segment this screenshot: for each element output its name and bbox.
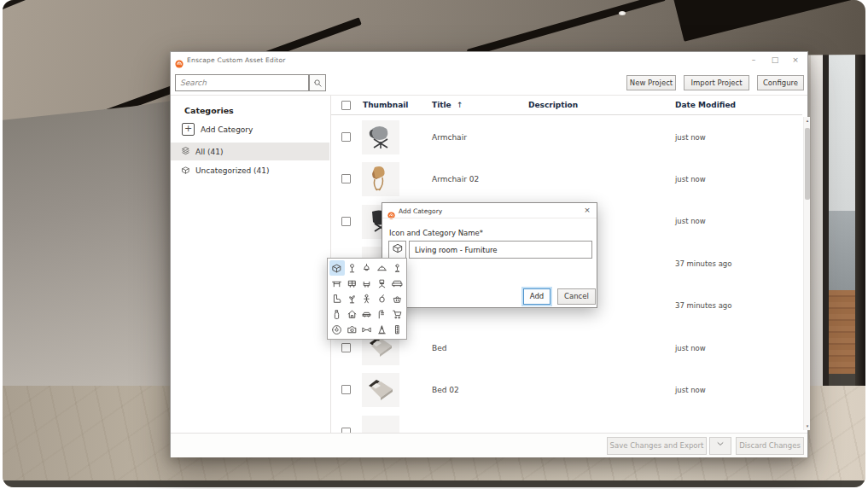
scene-window-frame (823, 48, 829, 410)
basket-icon[interactable] (389, 291, 405, 306)
asset-date-modified: just now (675, 217, 706, 225)
chair-icon[interactable] (359, 276, 375, 291)
icon-and-name-label: Icon and Category Name* (389, 229, 483, 237)
title-bar[interactable]: Enscape Custom Asset Editor – □ × (171, 52, 807, 68)
category-icon-button[interactable] (388, 241, 406, 259)
row-checkbox[interactable] (341, 217, 351, 226)
sofa-icon[interactable] (389, 276, 405, 291)
table-row[interactable] (331, 411, 802, 433)
plant-icon[interactable] (345, 291, 360, 306)
row-checkbox[interactable] (341, 132, 351, 142)
shower-icon[interactable] (375, 306, 390, 322)
ceiling-spotlight (619, 11, 626, 15)
enscape-logo-icon (387, 207, 395, 214)
column-title[interactable]: Title (432, 101, 451, 109)
table-row[interactable]: Bed 02just now (331, 369, 802, 410)
asset-date-modified: just now (675, 175, 706, 183)
scene-sky (829, 48, 855, 211)
column-date-modified[interactable]: Date Modified (675, 101, 736, 109)
import-project-button[interactable]: Import Project (684, 75, 749, 90)
table-row[interactable]: Armchair 02just now (331, 158, 802, 200)
search-input[interactable] (175, 74, 309, 91)
boot-icon[interactable] (329, 291, 345, 306)
scroll-up-icon[interactable]: ▴ (804, 117, 811, 125)
asset-title: Bed 02 (432, 386, 459, 394)
vertical-scrollbar[interactable]: ▴ ▾ (803, 117, 810, 430)
asset-date-modified: just now (675, 386, 706, 394)
add-category-button[interactable]: + Add Category (182, 123, 253, 136)
shopping-cart-icon[interactable] (389, 306, 405, 322)
categories-header: Categories (184, 106, 234, 115)
scene-window-wall (811, 48, 823, 410)
close-button[interactable]: × (786, 54, 805, 67)
car-icon[interactable] (359, 306, 375, 322)
bone-icon[interactable] (359, 322, 375, 337)
scroll-down-icon[interactable]: ▾ (804, 422, 811, 430)
sort-ascending-icon[interactable]: ↑ (457, 101, 463, 109)
floor-lamp-icon[interactable] (345, 260, 360, 276)
dialog-title: Add Category (399, 207, 442, 215)
row-checkbox[interactable] (341, 174, 351, 183)
desk-lamp-icon[interactable] (389, 260, 405, 276)
window-title: Enscape Custom Asset Editor (187, 56, 285, 64)
asset-title: Armchair (432, 133, 467, 142)
select-all-checkbox[interactable] (341, 101, 351, 110)
asset-date-modified: just now (675, 344, 706, 352)
person-icon[interactable] (359, 291, 375, 306)
row-checkbox[interactable] (341, 343, 351, 352)
scene-brick-wall (829, 290, 855, 374)
new-project-button[interactable]: New Project (626, 75, 676, 90)
cabinet-icon[interactable] (345, 276, 360, 291)
table-header: Thumbnail Title ↑ Description Date Modif… (331, 96, 802, 115)
add-button[interactable]: Add (523, 288, 551, 305)
traffic-light-icon[interactable] (389, 322, 405, 337)
scrollbar-thumb[interactable] (805, 128, 810, 200)
pendant-lamp-icon[interactable] (359, 260, 375, 276)
save-changes-export-button[interactable]: Save Changes and Export (607, 437, 707, 455)
minimize-button[interactable]: – (744, 54, 763, 67)
dialog-close-icon[interactable]: × (581, 205, 593, 216)
food-dome-icon[interactable] (375, 260, 390, 276)
dialog-title-divider (382, 218, 597, 218)
asset-date-modified: just now (675, 133, 706, 142)
row-checkbox[interactable] (341, 385, 351, 394)
search-icon (313, 75, 323, 91)
plus-icon: + (182, 123, 195, 136)
asset-thumbnail (362, 373, 399, 407)
scene-mountain (829, 211, 855, 290)
sidebar-item-label: Uncategorized (41) (195, 166, 270, 175)
office-chair-icon[interactable] (375, 276, 390, 291)
apple-icon[interactable] (375, 291, 390, 306)
sidebar-item-uncategorized[interactable]: Uncategorized (41) (171, 162, 329, 179)
camera-icon[interactable] (345, 322, 360, 337)
search-button[interactable] (309, 74, 326, 91)
column-thumbnail[interactable]: Thumbnail (363, 101, 408, 109)
add-category-label: Add Category (201, 125, 253, 134)
cone-icon[interactable] (375, 322, 390, 337)
column-description[interactable]: Description (528, 101, 578, 109)
cancel-button[interactable]: Cancel (557, 288, 596, 305)
ceiling-light-strip (3, 0, 108, 18)
discard-changes-button[interactable]: Discard Changes (736, 437, 804, 455)
maximize-button[interactable]: □ (766, 54, 784, 67)
scene-bottom-edge (3, 480, 865, 487)
speaker-icon[interactable] (329, 322, 345, 337)
box-icon[interactable] (329, 260, 345, 276)
add-category-dialog: Add Category × Icon and Category Name* A… (382, 202, 597, 308)
house-icon[interactable] (345, 306, 360, 322)
ceiling-light-strip (467, 0, 666, 57)
asset-thumbnail (362, 120, 399, 154)
sidebar-item-all[interactable]: All (41) (171, 143, 329, 160)
chevron-down-icon (716, 438, 725, 454)
configure-button[interactable]: Configure (757, 75, 804, 90)
category-name-input[interactable] (409, 241, 592, 259)
save-options-dropdown-button[interactable] (709, 437, 731, 455)
scene-window (811, 48, 865, 410)
bottle-icon[interactable] (329, 306, 345, 322)
asset-thumbnail (362, 416, 399, 433)
box-icon (392, 242, 404, 258)
table-row[interactable]: Armchairjust now (331, 116, 802, 158)
sidebar-item-label: All (41) (195, 148, 224, 156)
scene-window-glass (829, 48, 855, 410)
table-icon[interactable] (329, 276, 345, 291)
